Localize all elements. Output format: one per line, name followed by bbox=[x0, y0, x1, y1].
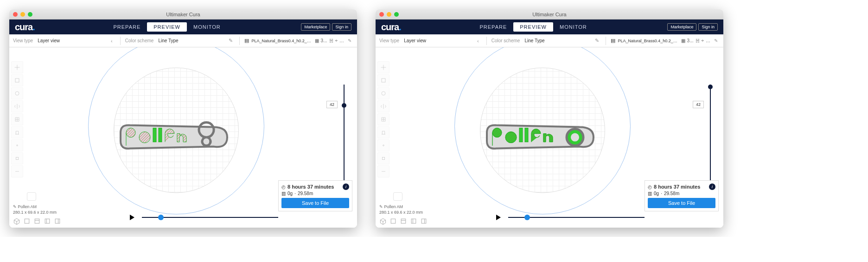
signin-button[interactable]: Sign in bbox=[698, 23, 718, 31]
svg-point-1 bbox=[15, 92, 19, 95]
settings-icon-3[interactable]: … bbox=[339, 38, 344, 43]
svg-rect-12 bbox=[382, 79, 385, 82]
material-profile[interactable]: PLA_Natural_Brass0.4_h0.2_AC 0... bbox=[252, 39, 312, 43]
edit-icon[interactable]: ✎ bbox=[227, 38, 235, 44]
save-to-file-button[interactable]: Save to File bbox=[648, 198, 715, 208]
play-icon[interactable] bbox=[496, 215, 501, 220]
view-left-icon[interactable] bbox=[410, 217, 417, 225]
edit-profile-icon[interactable]: ✎ bbox=[346, 38, 353, 43]
tool-7[interactable] bbox=[11, 139, 23, 151]
maximize-icon[interactable] bbox=[28, 12, 32, 17]
print-time: 8 hours 37 minutes bbox=[654, 184, 700, 190]
view-top-icon[interactable] bbox=[33, 217, 41, 225]
play-icon[interactable] bbox=[130, 215, 134, 220]
chat-icon[interactable] bbox=[393, 192, 402, 201]
info-icon[interactable]: i bbox=[343, 183, 349, 190]
view-front-icon[interactable] bbox=[23, 217, 31, 225]
close-icon[interactable] bbox=[13, 12, 18, 17]
rotate-tool[interactable] bbox=[11, 87, 23, 99]
svg-rect-26 bbox=[421, 219, 426, 223]
object-name: Pollen AM bbox=[18, 204, 37, 209]
view-right-icon[interactable] bbox=[54, 217, 61, 225]
signin-button[interactable]: Sign in bbox=[332, 23, 351, 31]
view-3d-icon[interactable] bbox=[379, 217, 387, 225]
layer-icon[interactable]: ▦ bbox=[315, 38, 319, 43]
view-icons bbox=[13, 217, 61, 225]
move-tool[interactable] bbox=[11, 61, 23, 73]
scale-tool[interactable] bbox=[11, 74, 23, 86]
tool-9[interactable] bbox=[377, 165, 389, 177]
support-tool[interactable] bbox=[11, 126, 23, 138]
sliced-model[interactable] bbox=[116, 119, 236, 156]
mirror-tool[interactable] bbox=[377, 100, 389, 112]
minimize-icon[interactable] bbox=[20, 12, 25, 17]
support-tool[interactable] bbox=[377, 126, 389, 138]
chevron-left-icon[interactable]: ‹ bbox=[474, 38, 482, 44]
close-icon[interactable] bbox=[379, 12, 384, 17]
view-type-value[interactable]: Layer view bbox=[38, 38, 60, 43]
object-dimensions: 280.1 x 69.6 x 22.0 mm bbox=[379, 210, 423, 215]
scale-tool[interactable] bbox=[377, 74, 389, 86]
view-right-icon[interactable] bbox=[420, 217, 428, 225]
view-front-icon[interactable] bbox=[389, 217, 397, 225]
settings-icon-3[interactable]: … bbox=[706, 38, 710, 43]
sim-slider[interactable] bbox=[130, 214, 278, 221]
tab-preview[interactable]: PREVIEW bbox=[147, 22, 187, 32]
mesh-tool[interactable] bbox=[11, 113, 23, 125]
sim-handle[interactable] bbox=[158, 215, 164, 220]
color-scheme-value[interactable]: Line Type bbox=[158, 38, 178, 43]
mirror-tool[interactable] bbox=[11, 100, 23, 112]
stage-tabs: PREPARE PREVIEW MONITOR bbox=[107, 22, 227, 32]
settings-icon-2[interactable]: ÷ bbox=[335, 38, 338, 43]
viewport[interactable]: 42 ◴ 8 hours 37 minutes i ▥ 0g · 29.58m … bbox=[376, 47, 723, 228]
profile-extra[interactable]: 3... bbox=[687, 38, 694, 43]
filament-icon: ▥ bbox=[648, 191, 652, 196]
print-length: 29.58m bbox=[664, 191, 679, 196]
tab-monitor[interactable]: MONITOR bbox=[187, 22, 227, 32]
info-icon[interactable]: i bbox=[709, 183, 715, 190]
material-profile[interactable]: PLA_Natural_Brass0.4_h0.2_AC 0... bbox=[618, 39, 678, 43]
tool-8[interactable] bbox=[11, 152, 23, 164]
sim-slider[interactable] bbox=[496, 214, 645, 221]
build-plate bbox=[440, 52, 645, 228]
rotate-tool[interactable] bbox=[377, 87, 389, 99]
app-logo: cura. bbox=[15, 22, 35, 33]
view-type-value[interactable]: Layer view bbox=[404, 38, 426, 43]
view-top-icon[interactable] bbox=[400, 217, 407, 225]
object-dimensions: 280.1 x 69.6 x 22.0 mm bbox=[13, 210, 57, 215]
view-3d-icon[interactable] bbox=[13, 217, 20, 225]
marketplace-button[interactable]: Marketplace bbox=[301, 23, 330, 31]
move-tool[interactable] bbox=[377, 61, 389, 73]
tab-preview[interactable]: PREVIEW bbox=[513, 22, 553, 32]
chevron-left-icon[interactable]: ‹ bbox=[108, 38, 115, 44]
tab-prepare[interactable]: PREPARE bbox=[473, 22, 514, 32]
settings-icon-1[interactable]: ☵ bbox=[696, 38, 700, 43]
tab-prepare[interactable]: PREPARE bbox=[107, 22, 147, 32]
edit-profile-icon[interactable]: ✎ bbox=[712, 38, 720, 43]
sub-toolbar: View type Layer view ‹ Color scheme Line… bbox=[376, 34, 723, 47]
tool-9[interactable] bbox=[11, 165, 23, 177]
settings-icon-1[interactable]: ☵ bbox=[329, 38, 333, 43]
tab-monitor[interactable]: MONITOR bbox=[553, 22, 594, 32]
color-scheme-label: Color scheme bbox=[125, 38, 154, 43]
build-plate bbox=[74, 52, 278, 228]
sim-handle[interactable] bbox=[524, 215, 530, 220]
minimize-icon[interactable] bbox=[387, 12, 391, 17]
save-to-file-button[interactable]: Save to File bbox=[281, 198, 349, 208]
view-left-icon[interactable] bbox=[44, 217, 51, 225]
mesh-tool[interactable] bbox=[377, 113, 389, 125]
color-scheme-value[interactable]: Line Type bbox=[524, 38, 544, 43]
chat-icon[interactable] bbox=[27, 192, 36, 201]
viewport[interactable]: 42 ◴ 8 hours 37 minutes i ▥ 0g · 29.58m … bbox=[9, 47, 357, 228]
clock-icon: ◴ bbox=[281, 184, 286, 190]
tool-7[interactable] bbox=[377, 139, 389, 151]
edit-icon[interactable]: ✎ bbox=[593, 38, 601, 44]
marketplace-button[interactable]: Marketplace bbox=[667, 23, 696, 31]
extruder-icon: ▤ bbox=[611, 38, 615, 44]
settings-icon-2[interactable]: ÷ bbox=[702, 38, 704, 43]
maximize-icon[interactable] bbox=[394, 12, 399, 17]
tool-8[interactable] bbox=[377, 152, 389, 164]
layer-icon[interactable]: ▦ bbox=[681, 38, 685, 43]
sliced-model[interactable] bbox=[482, 119, 603, 156]
profile-extra[interactable]: 3... bbox=[321, 38, 327, 43]
